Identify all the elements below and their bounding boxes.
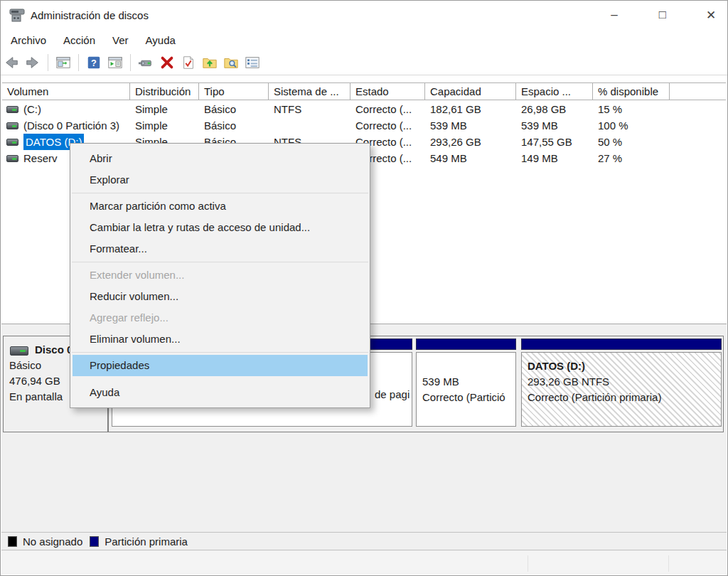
col-distribucion[interactable]: Distribución: [130, 83, 199, 100]
page-title: Administración de discos: [31, 9, 149, 21]
delete-icon[interactable]: [157, 53, 177, 72]
menu-item-ayuda[interactable]: Ayuda: [70, 382, 370, 403]
menu-item-formatear[interactable]: Formatear...: [70, 238, 370, 260]
folder-upload-icon[interactable]: [200, 53, 220, 72]
cell-free: 539 MB: [516, 117, 593, 134]
minimize-button[interactable]: –: [606, 7, 622, 23]
partition-primary-bar: [521, 338, 722, 350]
menu-item-reducir-volumen[interactable]: Reducir volumen...: [70, 286, 370, 307]
volume-table-header: Volumen Distribución Tipo Sistema de ...…: [2, 82, 726, 100]
menu-archivo[interactable]: Archivo: [2, 31, 55, 49]
cell-layout: Simple: [130, 101, 199, 117]
menu-item-abrir[interactable]: Abrir: [70, 148, 370, 169]
partition-primary-bar: [416, 338, 516, 350]
disk-name: Disco 0: [35, 343, 73, 356]
legend-item-particion-primaria: Partición primaria: [90, 535, 188, 548]
legend: No asignado Partición primaria: [1, 532, 727, 550]
menu-separator: [72, 193, 368, 193]
menu-separator: [72, 262, 368, 262]
forward-icon[interactable]: [23, 53, 43, 72]
partition-size: 293,26 GB NTFS: [528, 374, 715, 390]
volume-label: Reserv: [23, 150, 58, 166]
cell-type: Básico: [199, 101, 269, 117]
menu-separator: [72, 352, 368, 353]
col-volumen[interactable]: Volumen: [2, 83, 130, 100]
partition-status-fragment: de pagi: [375, 388, 410, 400]
table-row-c[interactable]: (C:) Simple Básico NTFS Correcto (... 18…: [2, 101, 726, 117]
menu-bar: Archivo Acción Ver Ayuda: [1, 29, 727, 50]
disk-type: Básico: [9, 359, 41, 371]
menu-item-eliminar-volumen[interactable]: Eliminar volumen...: [70, 329, 370, 350]
legend-swatch-black: [8, 536, 17, 547]
menu-ayuda[interactable]: Ayuda: [137, 31, 184, 49]
action-pane-icon[interactable]: [105, 53, 125, 72]
menu-item-marcar-activa[interactable]: Marcar partición como activa: [70, 196, 370, 217]
cell-status: Correcto (...: [350, 101, 425, 117]
col-estado[interactable]: Estado: [350, 83, 425, 100]
col-tipo[interactable]: Tipo: [199, 83, 269, 100]
console-tree-icon[interactable]: [53, 53, 73, 72]
toolbar: ?: [1, 50, 727, 75]
volume-icon: [6, 106, 18, 113]
col-espacio[interactable]: Espacio ...: [516, 83, 593, 100]
table-row-disco0-part3[interactable]: (Disco 0 Partición 3) Simple Básico Corr…: [2, 117, 726, 134]
disk-icon: [10, 346, 28, 356]
cell-pct: 50 %: [593, 134, 670, 150]
partition-539mb[interactable]: 539 MB Correcto (Partició: [416, 338, 516, 428]
folder-search-icon[interactable]: [221, 53, 241, 72]
close-button[interactable]: ✕: [703, 7, 719, 23]
disk-status: En pantalla: [9, 390, 63, 402]
col-capacidad[interactable]: Capacidad: [425, 83, 516, 100]
menu-item-propiedades[interactable]: Propiedades: [73, 355, 368, 376]
back-icon[interactable]: [1, 53, 21, 72]
help-icon[interactable]: ?: [84, 53, 104, 72]
cell-pct: 100 %: [593, 117, 670, 134]
cell-capacity: 539 MB: [425, 117, 516, 134]
cell-capacity: 549 MB: [425, 150, 516, 166]
cell-free: 147,55 GB: [516, 134, 593, 150]
title-bar: Administración de discos – □ ✕: [1, 1, 727, 29]
cell-capacity: 293,26 GB: [425, 134, 516, 150]
partition-status: Correcto (Partició: [422, 390, 510, 405]
list-options-icon[interactable]: [242, 53, 262, 72]
menu-item-extender-volumen: Extender volumen...: [70, 265, 370, 286]
cell-pct: 15 %: [593, 101, 670, 117]
menu-item-cambiar-letra[interactable]: Cambiar la letra y rutas de acceso de un…: [70, 217, 370, 238]
menu-item-explorar[interactable]: Explorar: [70, 169, 370, 191]
check-document-icon[interactable]: [178, 53, 198, 72]
volume-label: (C:): [23, 101, 41, 117]
volume-icon: [6, 122, 18, 129]
menu-item-agregar-reflejo: Agregar reflejo...: [70, 307, 370, 329]
volume-label: (Disco 0 Partición 3): [23, 117, 119, 134]
cell-pct: 27 %: [593, 150, 670, 166]
cell-fs: NTFS: [269, 101, 350, 117]
cell-free: 26,98 GB: [516, 101, 593, 117]
cell-fs: [269, 117, 350, 134]
toolbar-separator: [78, 54, 79, 71]
cell-layout: Simple: [130, 117, 199, 134]
partition-status: Correcto (Partición primaria): [528, 390, 715, 405]
cell-free: 149 MB: [516, 150, 593, 166]
device-icon[interactable]: [136, 53, 156, 72]
legend-label: No asignado: [23, 535, 82, 548]
cell-status: Correcto (...: [350, 117, 425, 134]
app-icon: [9, 8, 25, 22]
partition-name: DATOS (D:): [528, 358, 715, 374]
legend-item-no-asignado: No asignado: [8, 535, 82, 548]
status-strip: [1, 551, 727, 575]
menu-accion[interactable]: Acción: [55, 31, 104, 49]
volume-icon: [6, 139, 18, 146]
menu-ver[interactable]: Ver: [104, 31, 137, 49]
partition-size: 539 MB: [422, 374, 510, 390]
disk-size: 476,94 GB: [9, 375, 60, 387]
volume-icon: [6, 155, 18, 162]
col-disponible[interactable]: % disponible: [593, 83, 670, 100]
svg-text:?: ?: [91, 58, 97, 68]
disk-management-window: Administración de discos – □ ✕ Archivo A…: [0, 0, 728, 576]
toolbar-separator: [48, 54, 48, 71]
partition-datos-selected[interactable]: DATOS (D:) 293,26 GB NTFS Correcto (Part…: [521, 338, 722, 428]
col-empty: [670, 83, 726, 100]
maximize-button[interactable]: □: [655, 7, 670, 23]
col-sistema[interactable]: Sistema de ...: [269, 83, 350, 100]
context-menu: Abrir Explorar Marcar partición como act…: [70, 143, 370, 408]
